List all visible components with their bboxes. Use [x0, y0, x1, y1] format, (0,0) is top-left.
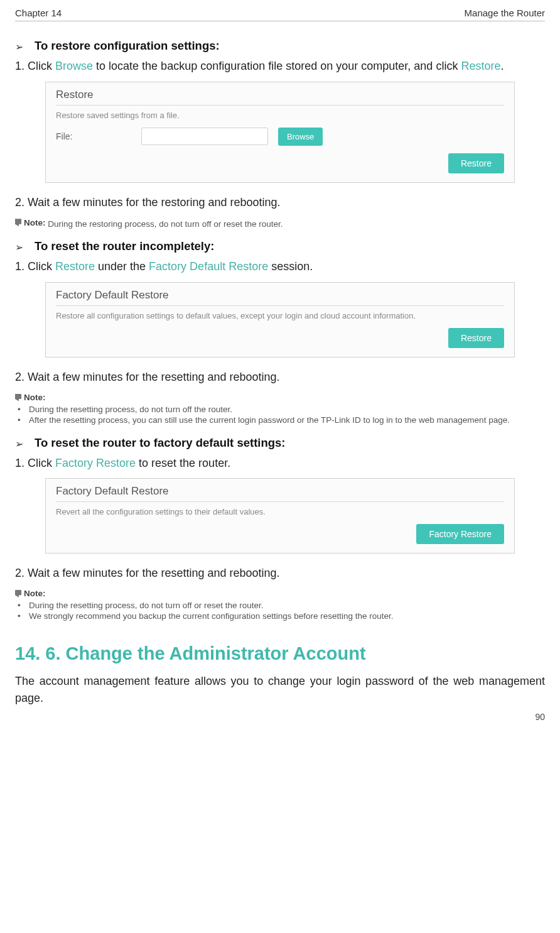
step-text: 2. Wait a few minutes for the restoring … — [15, 194, 545, 212]
keyword-factory-restore: Factory Restore — [55, 457, 136, 469]
keyword-browse: Browse — [55, 60, 93, 72]
page-number: 90 — [535, 712, 545, 722]
text: 1. Click — [15, 60, 55, 72]
file-input[interactable] — [141, 128, 268, 145]
factory-restore-button[interactable]: Factory Restore — [416, 524, 504, 544]
step-text: 2. Wait a few minutes for the resetting … — [15, 369, 545, 386]
note-label: Note: — [15, 393, 46, 402]
note-block: Note: During the restoring process, do n… — [15, 218, 545, 229]
step-text: 2. Wait a few minutes for the resetting … — [15, 565, 545, 582]
factory-restore-panel: Factory Default Restore Revert all the c… — [45, 478, 515, 554]
browse-button[interactable]: Browse — [278, 128, 323, 146]
heading-reset-incomplete: ➢ To reset the router incompletely: — [15, 239, 545, 253]
heading-text: To reset the router to factory default s… — [35, 436, 286, 450]
note-icon — [15, 219, 21, 226]
panel-subtitle: Restore saved settings from a file. — [56, 111, 504, 120]
note-bullet: During the resetting process, do not tur… — [26, 405, 545, 414]
note-block: Note: During the resetting process, do n… — [15, 589, 545, 621]
note-icon — [15, 394, 21, 401]
restore-panel: Restore Restore saved settings from a fi… — [45, 82, 515, 183]
note-block: Note: During the resetting process, do n… — [15, 393, 545, 425]
note-icon — [15, 590, 21, 597]
keyword-restore: Restore — [461, 60, 500, 72]
chevron-icon: ➢ — [15, 241, 23, 253]
note-word: Note: — [24, 393, 46, 402]
chevron-icon: ➢ — [15, 41, 23, 53]
note-label: Note: — [15, 589, 46, 598]
section-body: The account management feature allows yo… — [15, 673, 545, 707]
page-header: Chapter 14 Manage the Router — [15, 8, 545, 21]
note-word: Note: — [24, 589, 46, 598]
file-label: File: — [56, 131, 131, 141]
keyword-factory-default-restore: Factory Default Restore — [149, 260, 268, 273]
note-word: Note: — [24, 218, 46, 227]
chapter-label: Chapter 14 — [15, 8, 62, 18]
step-text: 1. Click Browse to locate the backup con… — [15, 58, 545, 75]
chapter-title: Manage the Router — [465, 8, 545, 18]
text: to reset the router. — [136, 457, 230, 469]
text: 1. Click — [15, 457, 55, 469]
chevron-icon: ➢ — [15, 438, 23, 450]
panel-title: Factory Default Restore — [56, 485, 504, 502]
text: under the — [95, 260, 149, 273]
step-text: 1. Click Factory Restore to reset the ro… — [15, 455, 545, 472]
panel-title: Restore — [56, 89, 504, 106]
panel-subtitle: Restore all configuration settings to de… — [56, 311, 504, 320]
restore-button[interactable]: Restore — [448, 153, 504, 173]
text: session. — [268, 260, 313, 273]
restore-button[interactable]: Restore — [448, 328, 504, 348]
heading-text: To restore configuration settings: — [35, 39, 220, 53]
step-text: 1. Click Restore under the Factory Defau… — [15, 258, 545, 276]
panel-subtitle: Revert all the configuration settings to… — [56, 507, 504, 516]
note-bullet: During the resetting process, do not tur… — [26, 601, 545, 610]
text: to locate the backup configuration file … — [93, 60, 461, 72]
keyword-restore: Restore — [55, 260, 95, 273]
text: 1. Click — [15, 260, 55, 273]
note-bullet: We strongly recommend you backup the cur… — [26, 611, 545, 621]
panel-title: Factory Default Restore — [56, 289, 504, 306]
note-bullet: After the resetting process, you can sti… — [26, 415, 545, 425]
heading-text: To reset the router incompletely: — [35, 239, 214, 253]
text: . — [500, 60, 503, 72]
factory-default-restore-panel: Factory Default Restore Restore all conf… — [45, 282, 515, 357]
section-heading-change-admin: 14. 6. Change the Administrator Account — [15, 643, 545, 664]
heading-restore-config: ➢ To restore configuration settings: — [15, 39, 545, 53]
heading-reset-factory: ➢ To reset the router to factory default… — [15, 436, 545, 450]
note-text: During the restoring process, do not tur… — [46, 219, 283, 228]
note-label: Note: — [15, 218, 46, 227]
